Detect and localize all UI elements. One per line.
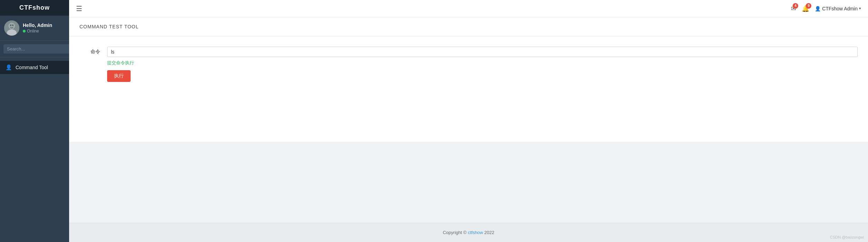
footer-text-before: Copyright © [443,230,466,235]
email-icon-wrap[interactable]: ✉ 4 [791,5,796,12]
sidebar-logo: CTFshow [0,0,69,16]
user-name: Hello, Admin [23,22,52,28]
content: COMMAND TEST TOOL 命令 提交命令执行 执行 Copyright… [69,17,868,242]
bell-badge: 9 [806,3,811,9]
sidebar-item-command-tool[interactable]: 👤 Command Tool [0,61,69,74]
gray-spacer [69,142,868,223]
search-container: 🔍 [0,41,69,57]
status-label: Online [27,29,39,34]
bell-icon-wrap[interactable]: 🔔 9 [802,5,809,12]
admin-name: CTFshow Admin [822,6,858,11]
topbar: ☰ ✉ 4 🔔 9 👤 CTFshow Admin ▾ [69,0,868,17]
status-dot [23,30,26,32]
chevron-down-icon: ▾ [859,6,861,11]
page-title: COMMAND TEST TOOL [79,24,139,29]
footer: Copyright © ctfshow 2022 [69,223,868,242]
topbar-right: ✉ 4 🔔 9 👤 CTFshow Admin ▾ [791,5,861,12]
user-status: Online [23,29,52,34]
email-badge: 4 [793,3,798,9]
footer-text-after: 2022 [484,230,494,235]
admin-icon: 👤 [815,6,821,11]
page-header: COMMAND TEST TOOL [69,17,868,36]
svg-point-4 [10,25,11,26]
submit-hint: 提交命令执行 [107,60,858,66]
execute-button[interactable]: 执行 [107,70,131,82]
sidebar-item-label: Command Tool [16,65,48,70]
command-input[interactable] [107,47,858,57]
command-controls: 提交命令执行 执行 [107,47,858,82]
sidebar: CTFshow Hello, Admin Online 🔍 [0,0,69,242]
search-input[interactable] [3,44,68,54]
watermark: CSDN @baozongwi [830,235,864,239]
user-info: Hello, Admin Online [23,22,52,34]
menu-toggle-button[interactable]: ☰ [76,4,82,13]
command-label: 命令 [79,47,100,55]
nav-menu: 👤 Command Tool [0,57,69,77]
svg-point-5 [12,25,13,26]
user-section: Hello, Admin Online [0,16,69,41]
footer-link[interactable]: ctfshow [468,230,483,235]
user-icon: 👤 [6,64,12,71]
avatar [4,20,19,36]
admin-menu[interactable]: 👤 CTFshow Admin ▾ [815,6,861,11]
main: ☰ ✉ 4 🔔 9 👤 CTFshow Admin ▾ COMMAND TEST… [69,0,868,242]
form-area: 命令 提交命令执行 执行 [69,36,868,142]
command-form-row: 命令 提交命令执行 执行 [79,47,858,82]
